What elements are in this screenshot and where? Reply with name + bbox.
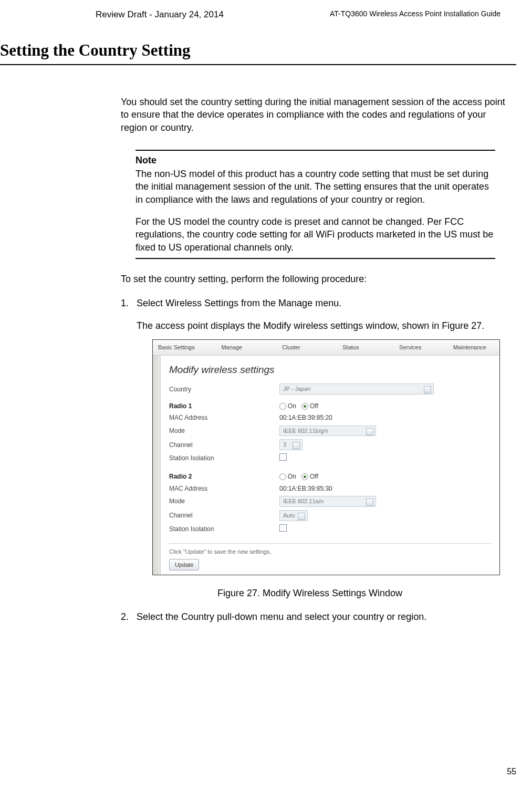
radio1-channel-select[interactable]: 3 [279, 439, 302, 450]
radio2-isolation-label: Station Isolation [169, 525, 279, 533]
radio1-mode-label: Mode [169, 427, 279, 435]
save-hint: Click "Update" to save the new settings. [169, 543, 491, 556]
procedure-intro: To set the country setting, perform the … [121, 273, 510, 285]
radio2-mode-label: Mode [169, 497, 279, 505]
country-label: Country [169, 385, 279, 393]
radio1-on-label: On [288, 402, 296, 410]
figure-tabs: Basic Settings Manage Cluster Status Ser… [153, 340, 499, 356]
step-2: 2. Select the Country pull-down menu and… [121, 610, 510, 623]
tab-status[interactable]: Status [321, 340, 380, 355]
radio1-mode-select[interactable]: IEEE 802.11b/g/n [279, 426, 376, 437]
radio2-mac-label: MAC Address [169, 484, 279, 493]
guide-name-header: AT-TQ3600 Wireless Access Point Installa… [330, 9, 500, 18]
figure-sidebar [153, 356, 161, 575]
figure-title: Modify wireless settings [169, 363, 491, 377]
page-number: 55 [507, 767, 516, 776]
radio2-on-label: On [288, 473, 296, 480]
note-paragraph-2: For the US model the country code is pre… [135, 215, 495, 254]
radio1-mac-label: MAC Address [169, 413, 279, 422]
step-1: 1. Select Wireless Settings from the Man… [121, 297, 510, 309]
radio1-channel-label: Channel [169, 441, 279, 449]
tab-cluster[interactable]: Cluster [262, 340, 321, 355]
step-2-text: Select the Country pull-down menu and se… [137, 610, 510, 623]
section-title: Setting the Country Setting [0, 41, 516, 65]
step-2-number: 2. [121, 610, 137, 623]
note-box: Note The non-US model of this product ha… [135, 150, 495, 259]
tab-manage[interactable]: Manage [202, 340, 262, 355]
intro-paragraph: You should set the country setting durin… [121, 96, 510, 134]
figure-caption: Figure 27. Modify Wireless Settings Wind… [137, 587, 483, 599]
radio2-mode-select[interactable]: IEEE 802.11a/n [279, 496, 376, 507]
radio1-mac-value: 00:1A:EB:39:85:20 [279, 413, 332, 422]
update-button[interactable]: Update [169, 559, 199, 571]
tab-maintenance[interactable]: Maintenance [440, 340, 499, 355]
radio2-heading: Radio 2 [169, 472, 279, 481]
step-1-text: Select Wireless Settings from the Manage… [137, 297, 510, 309]
country-select[interactable]: JP - Japan [279, 383, 434, 395]
note-title: Note [135, 154, 495, 167]
radio1-on-radio[interactable] [279, 403, 286, 410]
radio1-isolation-label: Station Isolation [169, 454, 279, 462]
radio2-off-radio[interactable] [301, 473, 308, 480]
radio1-off-label: Off [310, 402, 318, 410]
radio2-off-label: Off [310, 473, 318, 480]
review-draft-header: Review Draft - January 24, 2014 [0, 9, 319, 20]
radio2-channel-label: Channel [169, 511, 279, 520]
radio2-mac-value: 00:1A:EB:39:85:30 [279, 484, 332, 493]
radio2-on-radio[interactable] [279, 473, 286, 480]
figure-screenshot: Basic Settings Manage Cluster Status Ser… [152, 339, 500, 576]
radio1-heading: Radio 1 [169, 402, 279, 410]
tab-basic-settings[interactable]: Basic Settings [153, 340, 202, 355]
step-1-number: 1. [121, 297, 137, 309]
step-1-subtext: The access point displays the Modify wir… [137, 319, 510, 332]
radio1-off-radio[interactable] [301, 403, 308, 410]
radio2-channel-select[interactable]: Auto [279, 510, 308, 521]
tab-services[interactable]: Services [381, 340, 440, 355]
radio1-isolation-checkbox[interactable] [279, 453, 287, 461]
note-paragraph-1: The non-US model of this product has a c… [135, 168, 495, 206]
radio2-isolation-checkbox[interactable] [279, 524, 287, 532]
